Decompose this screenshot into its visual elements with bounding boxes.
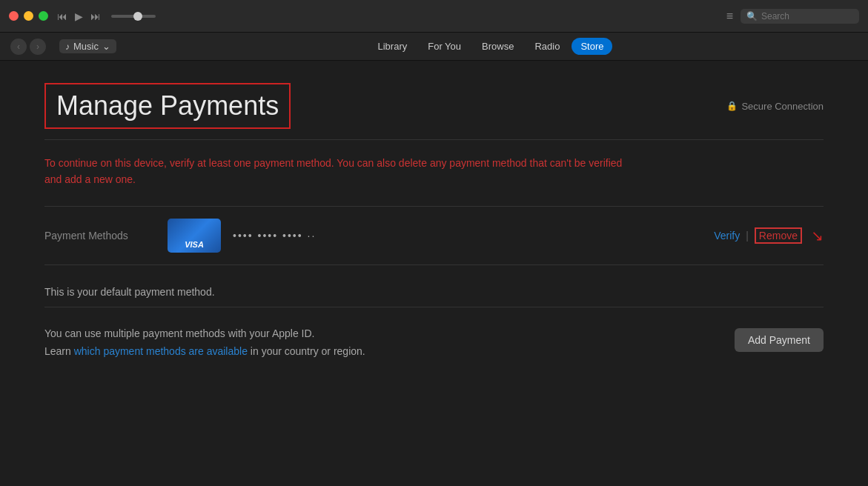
secure-connection-label: Secure Connection — [741, 101, 824, 112]
nav-radio[interactable]: Radio — [526, 38, 569, 55]
maximize-button[interactable] — [39, 11, 48, 21]
breadcrumb-label: Music — [73, 41, 99, 52]
page-title-box: Manage Payments — [44, 83, 291, 129]
titlebar-right: ≡ 🔍 — [726, 9, 859, 24]
back-button[interactable]: ‹ — [10, 39, 27, 55]
visa-card: VISA — [168, 219, 221, 253]
chevron-down-icon: ⌄ — [102, 41, 110, 52]
secure-connection: 🔒 Secure Connection — [726, 101, 824, 112]
main-content: Manage Payments 🔒 Secure Connection To c… — [0, 61, 868, 486]
card-actions: Verify | Remove ↙ — [714, 227, 824, 244]
visa-logo: VISA — [185, 240, 204, 249]
search-icon: 🔍 — [746, 11, 758, 21]
nav-library[interactable]: Library — [368, 38, 416, 55]
remove-link[interactable]: Remove — [755, 227, 802, 244]
music-breadcrumb[interactable]: ♪ Music ⌄ — [59, 39, 116, 53]
payment-section: Payment Methods VISA •••• •••• •••• ·· V… — [44, 206, 824, 265]
minimize-button[interactable] — [24, 11, 33, 21]
search-input[interactable] — [761, 11, 850, 21]
separator: | — [746, 230, 749, 242]
default-payment-text: This is your default payment method. — [44, 277, 824, 307]
transport-controls: ⏮ ▶ ⏭ — [57, 10, 156, 22]
volume-thumb — [133, 12, 142, 21]
arrow-icon: ↙ — [811, 227, 824, 244]
add-payment-info: You can use multiple payment methods wit… — [44, 325, 365, 361]
close-button[interactable] — [9, 11, 19, 21]
traffic-lights — [9, 11, 48, 21]
titlebar: ⏮ ▶ ⏭ ≡ 🔍 — [0, 0, 868, 33]
nav-browse[interactable]: Browse — [473, 38, 523, 55]
play-button[interactable]: ▶ — [75, 10, 83, 22]
add-payment-section: You can use multiple payment methods wit… — [44, 325, 824, 361]
verify-link[interactable]: Verify — [714, 230, 740, 242]
fast-forward-button[interactable]: ⏭ — [90, 10, 101, 22]
lock-icon: 🔒 — [726, 101, 738, 111]
card-number: •••• •••• •••• ·· — [233, 230, 316, 242]
nav-links: Library For You Browse Radio Store — [368, 38, 612, 55]
forward-button[interactable]: › — [30, 39, 46, 55]
add-payment-button[interactable]: Add Payment — [735, 328, 824, 352]
navbar: ‹ › ♪ Music ⌄ Library For You Browse Rad… — [0, 33, 868, 61]
search-bar[interactable]: 🔍 — [741, 9, 859, 24]
nav-store[interactable]: Store — [572, 38, 612, 55]
list-icon[interactable]: ≡ — [726, 10, 733, 23]
payment-methods-link[interactable]: which payment methods are available — [74, 345, 248, 357]
add-payment-info-part3: in your country or region. — [251, 345, 365, 357]
page-header: Manage Payments 🔒 Secure Connection — [44, 61, 824, 140]
rewind-button[interactable]: ⏮ — [57, 10, 67, 22]
payment-row: Payment Methods VISA •••• •••• •••• ·· V… — [44, 219, 824, 253]
music-note-icon: ♪ — [65, 41, 70, 52]
warning-text: To continue on this device, verify at le… — [44, 155, 623, 188]
add-payment-info-part2: Learn — [44, 345, 71, 357]
volume-slider[interactable] — [111, 15, 156, 18]
payment-methods-label: Payment Methods — [44, 230, 156, 242]
nav-for-you[interactable]: For You — [419, 38, 470, 55]
nav-arrows: ‹ › — [10, 39, 46, 55]
add-payment-info-part1: You can use multiple payment methods wit… — [44, 327, 314, 339]
page-title: Manage Payments — [56, 90, 279, 122]
